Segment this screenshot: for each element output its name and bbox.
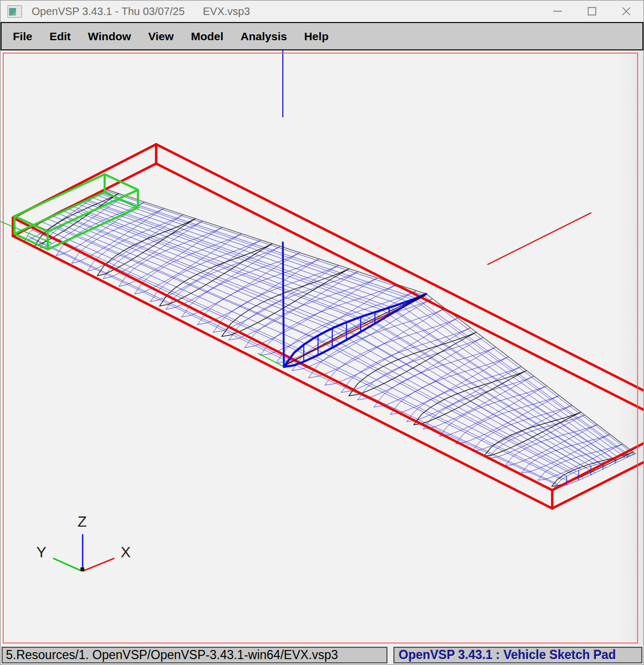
- status-file-path: 5.Resources/1. OpenVSP/OpenVSP-3.43.1-wi…: [6, 648, 338, 662]
- menu-item-window[interactable]: Window: [79, 30, 140, 43]
- app-window: OpenVSP 3.43.1 - Thu 03/07/25 EVX.vsp3: [0, 0, 644, 665]
- view-border: [3, 53, 638, 643]
- axis-label-y: Y: [36, 544, 47, 560]
- menu-item-help[interactable]: Help: [296, 30, 338, 43]
- close-icon: [621, 6, 631, 16]
- window-title: OpenVSP 3.43.1 - Thu 03/07/25: [32, 5, 185, 18]
- app-icon: [8, 5, 22, 18]
- axis-label-x: X: [121, 544, 131, 560]
- wireframe-mesh: [25, 189, 635, 487]
- menu-item-edit[interactable]: Edit: [41, 30, 79, 43]
- viewport-3d[interactable]: Z Y X: [1, 50, 643, 646]
- status-app-label: OpenVSP 3.43.1 : Vehicle Sketch Pad: [399, 648, 616, 662]
- title-bar: OpenVSP 3.43.1 - Thu 03/07/25 EVX.vsp3: [1, 1, 643, 22]
- minimize-icon: [553, 6, 562, 16]
- axis-label-z: Z: [77, 513, 86, 530]
- window-controls: [540, 1, 643, 22]
- maximize-button[interactable]: [575, 1, 609, 22]
- menu-item-view[interactable]: View: [140, 30, 182, 43]
- close-button[interactable]: [609, 1, 643, 22]
- triad-origin-dot: [80, 567, 84, 571]
- menu-bar: File Edit Window View Model Analysis Hel…: [1, 22, 643, 50]
- menu-item-file[interactable]: File: [4, 30, 41, 43]
- status-bar: 5.Resources/1. OpenVSP/OpenVSP-3.43.1-wi…: [1, 646, 643, 664]
- maximize-icon: [587, 6, 597, 16]
- axis-triad: Z Y X: [36, 513, 131, 571]
- status-app-label-box: OpenVSP 3.43.1 : Vehicle Sketch Pad: [393, 647, 642, 663]
- window-filename: EVX.vsp3: [203, 5, 250, 18]
- status-file-path-box: 5.Resources/1. OpenVSP/OpenVSP-3.43.1-wi…: [2, 647, 387, 663]
- menu-item-model[interactable]: Model: [182, 30, 232, 43]
- menu-item-analysis[interactable]: Analysis: [232, 30, 295, 43]
- minimize-button[interactable]: [540, 1, 575, 22]
- wing-wireframe-scene: Z Y X: [1, 50, 643, 646]
